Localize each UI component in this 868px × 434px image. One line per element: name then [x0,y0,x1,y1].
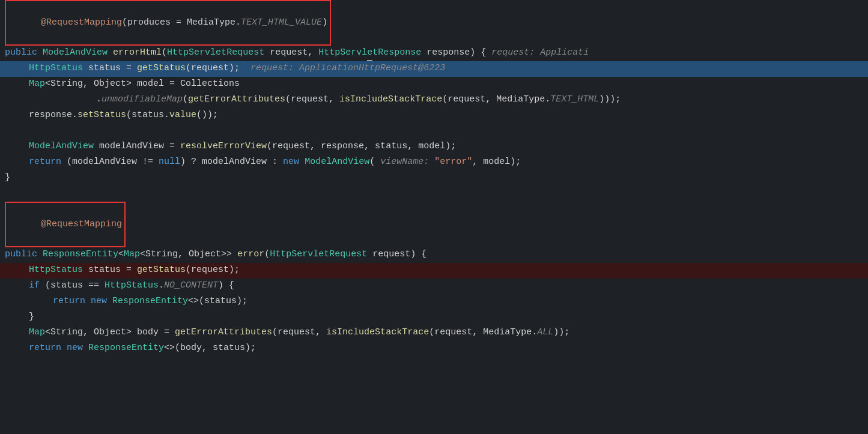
code-line-5: . unmodifiableMap ( getErrorAttributes (… [0,92,868,108]
code-line-15: if (status == HttpStatus . NO_CONTENT ) … [0,279,868,294]
code-line-10: } [0,170,868,186]
code-line-9: return (modelAndView != null ) ? modelAn… [0,155,868,170]
annotation-request-mapping-1: @RequestMapping(produces = MediaType.TEX… [5,0,331,46]
code-line-17: } [0,310,868,325]
annotation-text-2: @RequestMapping [41,219,122,229]
annotation-request-mapping-2: @RequestMapping [5,202,126,247]
code-line-13: public ResponseEntity < Map <String, Obj… [0,247,868,263]
code-line-1: @RequestMapping(produces = MediaType.TEX… [0,0,868,46]
code-line-14: HttpStatus status = getStatus (request); [0,263,868,279]
code-line-4: Map <String, Object> model = Collections [0,77,868,92]
annotation-text-1: @RequestMapping [41,17,122,28]
code-editor: @RequestMapping(produces = MediaType.TEX… [0,0,868,434]
code-line-6: response. setStatus (status. value ()); [0,108,868,124]
code-line-7 [0,124,868,139]
code-line-3: HttpStatus status = getStatus (request);… [0,61,868,77]
code-line-12: @RequestMapping [0,202,868,247]
code-line-16: return new ResponseEntity <>(status); [0,294,868,310]
code-line-separator [0,186,868,202]
code-line-8: ModelAndView modelAndView = resolveError… [0,139,868,155]
code-line-19: return new ResponseEntity <>(body, statu… [0,341,868,357]
code-line-18: Map <String, Object> body = getErrorAttr… [0,325,868,341]
code-line-2: public ModelAndView errorHtml ( HttpServ… [0,46,868,61]
